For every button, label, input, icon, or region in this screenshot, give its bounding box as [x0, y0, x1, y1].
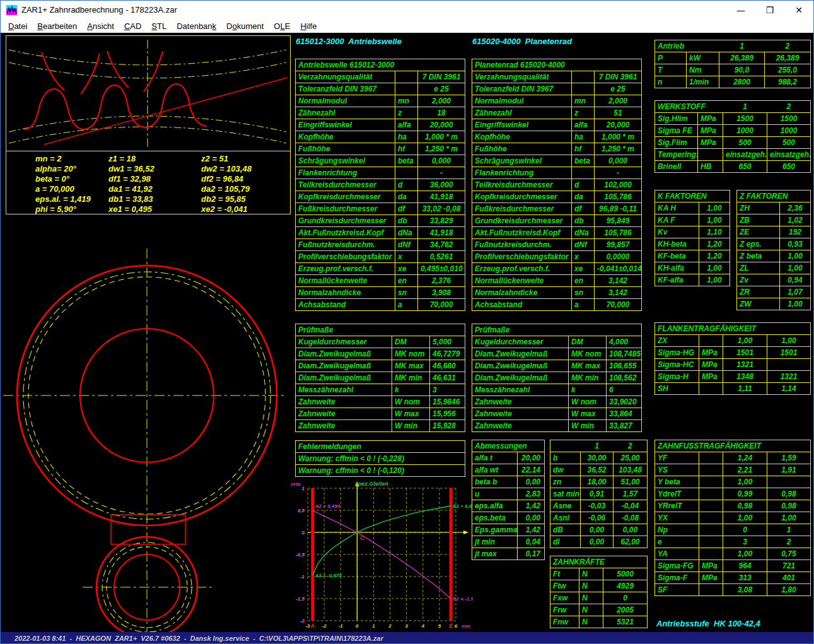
col2-header: 2	[613, 440, 648, 452]
table-row: eps.al. = 1,419db1 = 33,83db2 = 95,85	[6, 194, 289, 204]
status-text: 2022-01-03 8:41 - HEXAGON ZAR1+ V26.7 #0…	[15, 635, 383, 642]
minimize-button[interactable]: —	[726, 1, 755, 19]
table-cell: Toleranzfeld DIN 3967	[296, 83, 395, 95]
table-row: ZahnweiteW max33,864	[472, 408, 642, 420]
table-cell: df	[395, 203, 418, 215]
abmessungen-table: Abmessungen alfa t20,00alfa wt22,14beta …	[472, 440, 545, 560]
table-row: Kopfkreisdurchmesserda105,786	[472, 191, 642, 203]
table-cell: db	[395, 215, 418, 227]
table-cell: 964	[723, 560, 767, 572]
table-cell: 15,9846	[430, 396, 465, 408]
table-cell: 15,956	[430, 408, 465, 420]
table-row: ZE192	[737, 226, 811, 238]
table-cell: alfa t	[472, 452, 518, 464]
menu-item-stl[interactable]: STL	[146, 21, 172, 31]
table-cell: 0,98	[767, 500, 811, 512]
table-cell: Schrägungswinkel	[472, 155, 572, 167]
table-cell: YA	[655, 548, 699, 560]
x-tick-label: 1	[372, 623, 375, 629]
table-cell: z	[395, 107, 418, 119]
table-cell: 26,389	[719, 52, 765, 64]
maximize-button[interactable]: ❐	[755, 1, 784, 19]
table-cell: db1 = 33,83	[101, 194, 194, 204]
table-cell: da	[572, 191, 595, 203]
table-cell: Erzeug.prof.versch.f.	[296, 263, 395, 275]
app-icon	[6, 5, 17, 15]
table-cell: 1,00	[767, 512, 811, 524]
table-cell: 1321	[767, 371, 811, 383]
table-cell	[699, 548, 723, 560]
menu-item-datei[interactable]: Datei	[3, 21, 32, 31]
table-cell: 33,02 -0,08	[418, 203, 465, 215]
table-cell: W nom	[569, 396, 607, 408]
y-tick-label: 0,5	[298, 508, 305, 513]
table-cell: Zähnezahl	[472, 107, 572, 119]
table-row: Sig.HlimMPa15001500	[655, 113, 811, 125]
table-cell: N	[579, 580, 603, 592]
table-cell: YS	[655, 464, 699, 476]
table-cell: mn = 2	[6, 153, 101, 163]
table-cell: x	[395, 251, 418, 263]
construction-arcs	[9, 40, 286, 147]
table-cell: 33,864	[607, 408, 642, 420]
table-cell: 36,000	[418, 179, 465, 191]
zeta2-curve	[313, 510, 451, 599]
menu-item-ole[interactable]: OLE	[269, 21, 295, 31]
table-cell: MPa	[698, 125, 723, 137]
table-cell: dNf	[572, 239, 595, 251]
table-cell: N	[579, 604, 603, 616]
table-cell: 1,11	[723, 383, 767, 395]
table-row: alpha= 20°dw1 = 36,52dw2 = 103,48	[6, 163, 289, 173]
chart-ylabel: zeta	[290, 481, 301, 487]
table-cell: 20,000	[595, 119, 642, 131]
menu-item-bearbeiten[interactable]: Bearbeiten	[32, 21, 82, 31]
table-row: Kopfhöheha1,000 * m	[296, 131, 465, 143]
table-cell	[699, 335, 723, 347]
table-cell: Sigma-FG	[655, 560, 699, 572]
table-cell: z	[572, 107, 595, 119]
table-cell: Nm	[687, 64, 719, 76]
table-cell: 2800	[719, 76, 765, 88]
tooth-mesh-panel	[6, 35, 291, 152]
table-cell: Brinell	[655, 161, 698, 173]
table-cell: Verzahnungsqualität	[472, 71, 572, 83]
table-cell: Zahnweite	[472, 420, 569, 432]
table-cell: 0,04	[518, 536, 545, 548]
table-row: Toleranzfeld DIN 3967e 25	[296, 83, 465, 95]
pruefmasse1-table: Prüfmaße KugeldurchmesserDM5,000Diam.Zwe…	[295, 324, 465, 432]
table-row: ZR1,07	[737, 286, 811, 298]
zar1-window: ZAR1+ Zahnradberechnung - 178223A.zar — …	[0, 0, 814, 644]
table-cell: MK min	[569, 372, 607, 384]
table-row: KF-beta1,20	[655, 250, 730, 262]
table-cell: DM	[569, 336, 607, 348]
table-cell: N	[579, 616, 603, 628]
table-cell: dw	[550, 464, 581, 476]
dimensions-table: 1 2 b30,0025,00dw36,52103,48zn18,0051,00…	[550, 440, 648, 548]
table-row: di0,0062,00	[550, 536, 648, 548]
table-cell: MPa	[699, 359, 723, 371]
table-cell: Fxw	[550, 592, 579, 604]
table-row: Akt.Fußnutzkreisd.KopfdNa105,786	[472, 227, 642, 239]
x-tick-label: 4	[421, 623, 425, 629]
menu-item-cad[interactable]: CAD	[119, 21, 146, 31]
table-row: ZahnweiteW min33,827	[472, 420, 642, 432]
table-cell	[699, 512, 723, 524]
table-row: ZB1,02	[737, 214, 811, 226]
menu-item-dokument[interactable]: Dokument	[221, 21, 269, 31]
table-cell: da	[395, 191, 418, 203]
menu-item-ansicht[interactable]: Ansicht	[82, 21, 119, 31]
menu-item-hilfe[interactable]: Hilfe	[295, 21, 322, 31]
gear2-header: 615020-4000 Planetenrad	[472, 37, 572, 46]
title-bar: ZAR1+ Zahnradberechnung - 178223A.zar — …	[1, 1, 813, 19]
table-cell	[699, 488, 723, 500]
y-tick-label: -1,5	[296, 596, 305, 602]
table-row: Sigma FEMPa10001000	[655, 125, 811, 137]
menu-item-datenbank[interactable]: Datenbank	[172, 21, 221, 31]
table-cell: 0	[723, 524, 767, 536]
table-row: Np01	[655, 524, 811, 536]
col2-header: 2	[765, 40, 811, 52]
table-cell: -	[418, 167, 465, 179]
close-button[interactable]: ✕	[784, 1, 813, 19]
table-cell: 1501	[723, 347, 767, 359]
chart-title: spez.Gleiten	[355, 481, 389, 487]
